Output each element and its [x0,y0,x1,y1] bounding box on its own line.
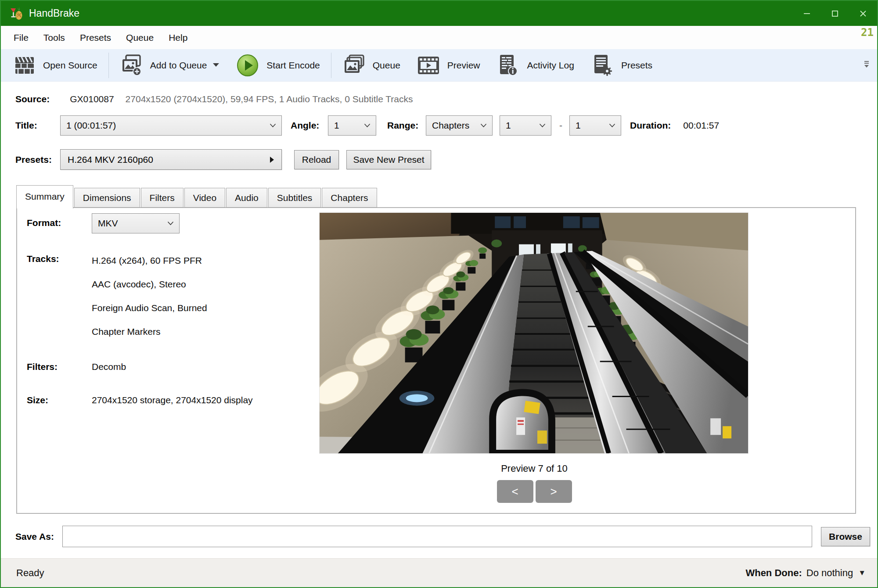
reload-button[interactable]: Reload [294,150,339,169]
start-encode-label: Start Encode [266,60,320,71]
save-as-label: Save As: [15,531,62,542]
tab-audio[interactable]: Audio [226,188,267,208]
track-item: Foreign Audio Scan, Burned [92,301,207,315]
presets-icon [591,54,614,77]
summary-details: Format: MKV Tracks: H.264 (x264), 60 FPS… [27,213,308,405]
when-done-label: When Done: [745,567,802,579]
activity-log-icon [497,54,520,77]
maximize-button[interactable] [821,1,849,26]
menu-tools[interactable]: Tools [36,28,72,47]
toolbar-separator [331,53,331,78]
tracks-label: Tracks: [27,254,92,348]
activity-log-label: Activity Log [527,60,574,71]
toolbar-overflow-icon[interactable] [863,60,870,69]
filters-value: Decomb [92,357,126,372]
range-label: Range: [387,120,426,131]
summary-panel: Format: MKV Tracks: H.264 (x264), 60 FPS… [16,207,856,514]
chevron-down-icon [364,123,371,128]
preset-dropdown[interactable]: H.264 MKV 2160p60 [60,149,282,170]
filters-label: Filters: [27,357,92,372]
toolbar-separator [108,53,109,78]
close-button[interactable] [849,1,877,26]
browse-button[interactable]: Browse [821,527,870,546]
duration-label: Duration: [630,120,671,131]
save-new-preset-button[interactable]: Save New Preset [346,150,431,169]
preset-dropdown-value: H.264 MKV 2160p60 [68,154,153,165]
range-to-dropdown[interactable]: 1 [569,115,621,136]
title-label: Title: [15,120,60,131]
title-bar: HandBrake [1,1,877,26]
menu-queue[interactable]: Queue [119,28,161,47]
tab-video[interactable]: Video [184,188,225,208]
add-to-queue-icon [120,54,143,77]
track-item: Chapter Markers [92,325,207,338]
window-title: HandBrake [29,7,79,19]
tab-chapters[interactable]: Chapters [322,188,377,208]
source-name: GX010087 [70,94,114,104]
menu-presets[interactable]: Presets [72,28,119,47]
status-text: Ready [16,567,44,579]
presets-panel-label: Presets [621,60,652,71]
add-to-queue-button[interactable]: Add to Queue [112,51,228,79]
format-dropdown-value: MKV [98,218,118,229]
preview-button[interactable]: Preview [409,51,489,79]
title-dropdown-value: 1 (00:01:57) [66,120,116,131]
presets-panel-button[interactable]: Presets [583,51,661,79]
size-row: Size: 2704x1520 storage, 2704x1520 displ… [27,391,308,405]
main-toolbar: Open Source Add to Queue [1,49,877,82]
maximize-icon [831,9,839,18]
presets-row: Presets: H.264 MKV 2160p60 Reload Save N… [15,149,877,170]
start-encode-button[interactable]: Start Encode [228,51,328,79]
preview-image [319,212,748,454]
activity-log-button[interactable]: Activity Log [489,51,583,79]
size-value: 2704x1520 storage, 2704x1520 display [92,391,253,405]
chevron-down-icon [167,221,174,226]
dropdown-caret-icon [212,63,220,68]
open-source-button[interactable]: Open Source [5,51,106,79]
range-from-dropdown[interactable]: 1 [500,115,551,136]
range-from-value: 1 [506,120,511,131]
chevron-down-icon [270,123,276,128]
menu-bar: File Tools Presets Queue Help [1,26,877,49]
tracks-list: H.264 (x264), 60 FPS PFR AAC (avcodec), … [92,254,207,348]
queue-icon [342,54,365,77]
status-bar: Ready When Done: Do nothing ▼ [1,558,877,587]
format-dropdown[interactable]: MKV [92,213,180,233]
preview-icon [417,56,440,75]
chevron-right-icon [270,156,274,163]
tab-dimensions[interactable]: Dimensions [74,188,140,208]
preview-prev-button[interactable]: < [497,480,533,503]
preview-area: Preview 7 of 10 < > [319,212,749,503]
preview-next-button[interactable]: > [536,480,572,503]
menu-file[interactable]: File [6,28,36,47]
range-to-value: 1 [576,120,581,131]
preview-label: Preview [447,60,480,71]
track-item: H.264 (x264), 60 FPS PFR [92,254,207,267]
format-label: Format: [27,213,92,233]
tab-subtitles[interactable]: Subtitles [268,188,321,208]
save-as-row: Save As: Browse [15,526,877,547]
title-dropdown[interactable]: 1 (00:01:57) [60,115,282,136]
save-as-input[interactable] [62,526,812,547]
source-label: Source: [15,94,50,104]
range-type-dropdown[interactable]: Chapters [426,115,493,136]
angle-dropdown[interactable]: 1 [328,115,376,136]
track-item: AAC (avcodec), Stereo [92,277,207,291]
format-row: Format: MKV [27,213,308,233]
when-done-caret-icon[interactable]: ▼ [858,569,866,577]
tab-filters[interactable]: Filters [141,188,184,208]
preview-caption: Preview 7 of 10 [319,463,749,474]
menu-help[interactable]: Help [161,28,195,47]
range-separator: - [559,120,562,131]
preview-nav: < > [319,480,749,503]
range-type-value: Chapters [432,120,469,131]
angle-dropdown-value: 1 [334,120,339,131]
when-done-dropdown[interactable]: Do nothing [806,567,853,579]
source-details: 2704x1520 (2704x1520), 59,94 FPS, 1 Audi… [126,94,413,104]
when-done-control: When Done: Do nothing ▼ [745,567,866,579]
size-label: Size: [27,391,92,405]
close-icon [859,9,867,18]
tab-summary[interactable]: Summary [16,185,73,208]
minimize-button[interactable] [793,1,821,26]
queue-button[interactable]: Queue [334,51,409,79]
